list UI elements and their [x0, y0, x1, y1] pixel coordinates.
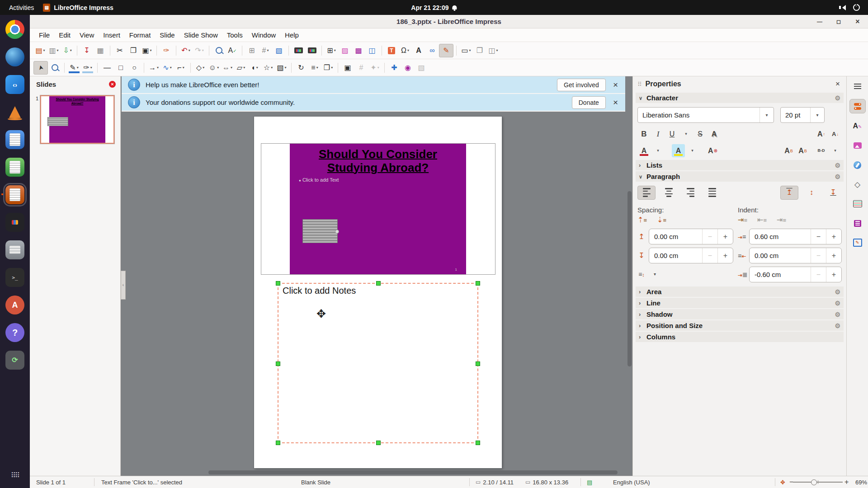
highlight-color-dropdown-icon[interactable]: ▾: [686, 144, 699, 157]
align-right-button[interactable]: [682, 186, 699, 199]
find-replace-button[interactable]: [212, 44, 226, 57]
image-filter-button[interactable]: ✦▾: [368, 61, 382, 74]
dock-chrome-icon[interactable]: [5, 20, 24, 39]
open-button[interactable]: ▥▾: [47, 44, 61, 57]
connectors-button[interactable]: ⌐▾: [174, 61, 188, 74]
rotate-button[interactable]: ↻: [294, 61, 308, 74]
selection-handle-middle-left[interactable]: [276, 361, 280, 366]
selection-handle-top-right[interactable]: [476, 281, 480, 286]
character-spacing-button[interactable]: B-D: [815, 144, 828, 157]
horizontal-scrollbar[interactable]: [208, 470, 618, 474]
clear-formatting-button[interactable]: A⊗: [706, 144, 719, 157]
slide-1-thumbnail[interactable]: Should You Consider Studying Abroad?: [40, 95, 114, 144]
shadow-button[interactable]: ▣: [341, 61, 354, 74]
redo-button[interactable]: ↷▾: [193, 44, 206, 57]
align-justified-button[interactable]: [703, 186, 721, 199]
spacing-below-value[interactable]: 0.00 cm: [649, 252, 702, 259]
object-size-status[interactable]: ▭ 16.80 x 13.36: [525, 476, 568, 488]
menu-view[interactable]: View: [75, 30, 99, 40]
lines-and-arrows-button[interactable]: →▾: [147, 61, 160, 74]
clone-formatting-button[interactable]: ✑: [160, 44, 173, 57]
copy-button[interactable]: ❐: [127, 44, 140, 57]
lists-section-header[interactable]: › Lists ⚙: [636, 160, 844, 170]
hide-panel-handle[interactable]: ‹: [121, 271, 126, 300]
spacing-below-field[interactable]: 0.00 cm − +: [649, 248, 733, 263]
banner-close-icon[interactable]: ×: [611, 80, 620, 90]
undo-button[interactable]: ↶▾: [179, 44, 193, 57]
new-slide-button[interactable]: ▭▾: [459, 44, 473, 57]
selection-handle-bottom-left[interactable]: [276, 441, 280, 445]
title-bar[interactable]: 186_3.pptx - LibreOffice Impress — ◻ ×: [30, 15, 868, 28]
new-presentation-button[interactable]: ▤▾: [33, 44, 47, 57]
align-bottom-button[interactable]: ↧: [825, 186, 842, 199]
duplicate-slide-button[interactable]: ❐: [473, 44, 486, 57]
bold-button[interactable]: B: [637, 127, 651, 141]
insert-line-button[interactable]: —: [100, 61, 114, 74]
chevron-down-icon[interactable]: ▾: [810, 108, 824, 122]
underline-button[interactable]: U: [665, 127, 679, 141]
arrange-button[interactable]: ❐▾: [321, 61, 335, 74]
strikethrough-button[interactable]: S: [693, 127, 707, 141]
flowchart-shapes-button[interactable]: ▱▾: [234, 61, 248, 74]
edit-points-button[interactable]: ✚: [387, 61, 401, 74]
position-size-section-header[interactable]: › Position and Size ⚙: [636, 320, 844, 331]
curves-polygons-button[interactable]: ∿▾: [160, 61, 174, 74]
align-center-button[interactable]: [660, 186, 677, 199]
menu-slide-show[interactable]: Slide Show: [179, 30, 222, 40]
dock-libreoffice-calc-icon[interactable]: [5, 158, 24, 177]
cut-button[interactable]: ✂: [113, 44, 127, 57]
slide-preview-box[interactable]: Should You Consider Studying Abroad? ● C…: [261, 143, 495, 275]
menu-format[interactable]: Format: [125, 30, 156, 40]
increase-indent-icon[interactable]: ⇥≡: [738, 216, 747, 224]
increase-font-size-button[interactable]: A↑: [815, 127, 828, 141]
dock-files-icon[interactable]: [5, 240, 24, 259]
vertical-scrollbar[interactable]: [627, 191, 632, 366]
tab-navigator[interactable]: [850, 158, 865, 172]
insert-media-button[interactable]: ▩: [352, 44, 365, 57]
select-tool-button[interactable]: ➤: [33, 61, 48, 75]
font-size-value[interactable]: 20 pt: [781, 111, 810, 119]
area-section-header[interactable]: › Area ⚙: [636, 286, 844, 297]
to-3d-button[interactable]: ▧: [415, 61, 428, 74]
selection-handle-bottom-right[interactable]: [476, 441, 480, 445]
align-objects-button[interactable]: ≡▾: [308, 61, 321, 74]
tab-properties[interactable]: [849, 99, 866, 113]
activities-button[interactable]: Activities: [0, 0, 43, 15]
chevron-down-icon[interactable]: ▾: [760, 108, 774, 122]
insert-rectangle-button[interactable]: □: [114, 61, 127, 74]
increment-icon[interactable]: +: [826, 229, 841, 244]
increment-icon[interactable]: +: [826, 248, 841, 263]
font-size-combobox[interactable]: 20 pt ▾: [780, 107, 825, 123]
clock-menu[interactable]: Apr 21 22:09: [411, 4, 457, 11]
tab-animation[interactable]: [850, 216, 865, 230]
indent-after-value[interactable]: 0.00 cm: [750, 252, 811, 259]
tab-master-slides[interactable]: [850, 197, 865, 211]
slide-count-status[interactable]: Slide 1 of 1: [36, 476, 66, 488]
sidebar-menu-icon[interactable]: [850, 80, 865, 93]
gear-icon[interactable]: ⚙: [835, 311, 840, 318]
superscript-button[interactable]: AB: [782, 144, 795, 157]
increment-icon[interactable]: +: [717, 248, 733, 263]
hyperlink-button[interactable]: ∞: [425, 44, 439, 57]
tab-gallery[interactable]: [850, 139, 865, 152]
cursor-position-status[interactable]: ▭ 2.10 / 14.11: [476, 476, 514, 488]
donate-button[interactable]: Donate: [572, 96, 606, 109]
gear-icon[interactable]: ⚙: [835, 322, 840, 329]
edit-canvas[interactable]: i Help us make LibreOffice even better! …: [121, 76, 632, 476]
notes-text-frame[interactable]: Click to add Notes ✥: [278, 283, 478, 443]
snap-guides-button[interactable]: #▾: [259, 44, 272, 57]
decrease-paragraph-spacing-icon[interactable]: ⇣≡: [657, 216, 666, 224]
master-slide-button[interactable]: ▧: [272, 44, 286, 57]
start-from-first-slide-button[interactable]: [292, 44, 305, 57]
decrement-icon[interactable]: −: [702, 248, 717, 263]
shadow-section-header[interactable]: › Shadow ⚙: [636, 309, 844, 319]
selection-handle-top-center[interactable]: [376, 281, 381, 286]
font-color-dropdown-icon[interactable]: ▾: [651, 144, 665, 157]
insert-image-button[interactable]: ▨: [338, 44, 352, 57]
selection-handle-bottom-center[interactable]: [376, 441, 381, 445]
dock-video-editor-icon[interactable]: [5, 213, 24, 232]
underline-options-icon[interactable]: ▾: [679, 127, 693, 141]
menu-slide[interactable]: Slide: [155, 30, 179, 40]
character-section-header[interactable]: ∨ Character ⚙: [636, 93, 844, 103]
star-shapes-button[interactable]: ☆▾: [261, 61, 275, 74]
